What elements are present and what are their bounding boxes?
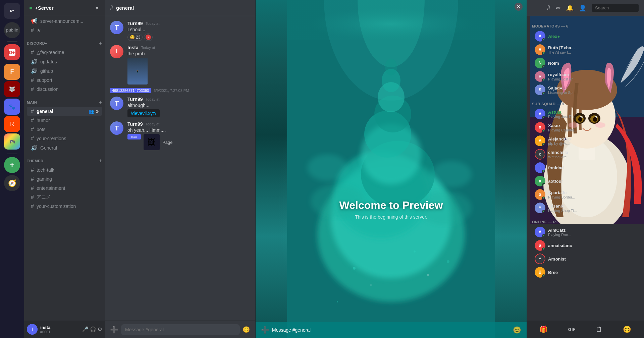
member-astula[interactable]: A Astula Playing Just Da... <box>529 107 641 121</box>
app-icon-f[interactable]: F <box>4 64 20 80</box>
channel-faq-readme[interactable]: # △faq-readme <box>27 48 102 57</box>
channel-your-creations[interactable]: # your-creations <box>27 134 102 143</box>
channel-support[interactable]: # support <box>27 76 102 84</box>
channel-anime[interactable]: # アニメ <box>27 193 102 202</box>
channel-discussion[interactable]: # discussion <box>27 85 102 94</box>
app-icon-reddit[interactable]: R <box>4 116 20 132</box>
channel-github[interactable]: 🔊 github <box>27 66 102 75</box>
message-item[interactable]: T Turn99 Today at I shoul... 😄23 i <box>105 19 255 43</box>
gift-icon[interactable]: 🎁 <box>539 325 548 333</box>
username: insta <box>40 325 79 330</box>
reaction-avatar-mini[interactable]: i <box>144 34 153 41</box>
member-avatar-noim: N <box>535 58 545 68</box>
person-icon[interactable]: 👤 <box>579 4 586 12</box>
user-settings-icon[interactable]: ⚙ <box>98 326 102 332</box>
member-info-noim: Noim <box>548 61 636 66</box>
server-dropdown-icon[interactable]: ▼ <box>95 5 99 11</box>
deafen-icon[interactable]: 🎧 <box>90 326 96 332</box>
discord-plus-logo[interactable]: D+ <box>4 3 20 19</box>
member-activity-alejandrop: pfp by @Ac... <box>548 142 636 146</box>
member-info-fonidad: fonidad <box>548 165 636 170</box>
app-icon-wolf[interactable]: 🐺 <box>4 81 20 97</box>
channel-updates[interactable]: 🔊 updates <box>27 57 102 66</box>
add-server-button[interactable]: + <box>4 157 20 173</box>
preview-bottom-bar: ➕ Message #general 😊 <box>256 322 527 338</box>
gif-icon[interactable]: GIF <box>568 327 576 332</box>
channel-gaming[interactable]: # gaming <box>27 175 102 183</box>
user-avatar[interactable]: I <box>27 324 38 335</box>
svg-point-24 <box>431 161 472 188</box>
member-activity-royalfoam: Playing Lost Ar... <box>548 77 636 81</box>
member-aotfour[interactable]: a aotfour <box>529 174 641 188</box>
channel-entertainment[interactable]: # entertainment <box>27 184 102 192</box>
settings-icon[interactable]: ⚙ <box>95 109 99 114</box>
preview-add-icon[interactable]: ➕ <box>261 326 269 334</box>
pencil-icon[interactable]: ✏ <box>556 4 561 12</box>
channel-sections: 📢 server-announcem... # ★ DISCORD+ + # △… <box>24 16 105 338</box>
search-input[interactable] <box>592 4 639 12</box>
member-name-alex: Alex● <box>548 34 636 39</box>
add-attachment-icon[interactable]: ➕ <box>110 326 118 334</box>
bell-icon[interactable]: 🔔 <box>566 4 574 12</box>
channel-star[interactable]: # ★ <box>27 26 102 35</box>
preview-title: Welcome to Preview <box>339 199 443 212</box>
add-channel-themed[interactable]: + <box>99 158 102 164</box>
section-themed[interactable]: themed + <box>24 153 105 165</box>
member-alejandrop[interactable]: A Alejandrop pfp by @Ac... <box>529 134 641 148</box>
status-indicator <box>542 116 545 119</box>
server-header[interactable]: +Server ▼ <box>24 0 105 16</box>
member-noim[interactable]: N Noim <box>529 56 641 70</box>
member-sajad[interactable]: S Sajad●... Listening to Sp... <box>529 83 641 97</box>
msg-link-preview[interactable]: /devevil.xyz/ <box>127 108 250 117</box>
message-id-badge[interactable]: 468132563714703390 <box>110 88 151 93</box>
member-alex[interactable]: A Alex● <box>529 30 641 43</box>
preview-emoji-icon[interactable]: 😊 <box>513 326 521 334</box>
app-icon-paw[interactable]: 🐾 <box>4 99 20 115</box>
member-avatar-ruth: R <box>535 44 545 55</box>
member-bree[interactable]: B Bree <box>529 266 641 279</box>
sticker-icon[interactable]: 🗒 <box>596 326 602 333</box>
add-channel-discord-plus[interactable]: + <box>99 40 102 46</box>
hashtag-icon[interactable]: # <box>547 4 550 11</box>
explore-button[interactable]: 🧭 <box>4 175 20 191</box>
member-spartajo[interactable]: S SpartaJo Playing Border... <box>529 188 641 201</box>
member-yesanic[interactable]: Y Yesanic Playing Shop Ti... <box>529 201 641 215</box>
close-preview-button[interactable]: ✕ <box>515 3 523 11</box>
member-xasex[interactable]: X Xasex Playing Counter... <box>529 121 641 134</box>
member-info-alejandrop: Alejandrop pfp by @Ac... <box>548 136 636 146</box>
svg-point-18 <box>427 274 429 276</box>
message-item-2[interactable]: I Insta Today at the prob... 📱 <box>105 43 255 87</box>
member-info-sajad: Sajad●... Listening to Sp... <box>548 86 636 95</box>
channel-tech-talk[interactable]: # tech-talk <box>27 166 102 174</box>
message-item-3[interactable]: T Turn99 Today at although... /devevil.x… <box>105 95 255 119</box>
add-channel-main[interactable]: + <box>99 99 102 105</box>
reaction-smile[interactable]: 😄23 <box>127 34 143 41</box>
member-arsonist[interactable]: A Arsonist <box>529 252 641 266</box>
member-annaisdanc[interactable]: a annaisdanc <box>529 239 641 252</box>
member-aimcatz[interactable]: A AimCatz Playing Roc... <box>529 225 641 239</box>
member-royalfoam[interactable]: R royalfoam Playing Lost Ar... <box>529 70 641 83</box>
hash-icon9: # <box>31 167 34 173</box>
hash-icon5: # <box>31 108 34 114</box>
channel-your-customization[interactable]: # your-customization <box>27 202 102 211</box>
channel-general-voice[interactable]: 🔊 General <box>27 143 102 152</box>
server-icon-discord-plus[interactable]: D+ <box>4 44 20 60</box>
emoji-input-icon[interactable]: 😊 <box>243 326 250 333</box>
message-input[interactable] <box>121 324 240 335</box>
server-icon-public[interactable]: public <box>4 22 20 38</box>
app-icon-multi[interactable]: 🎮 <box>4 133 20 150</box>
section-main[interactable]: main + <box>24 94 105 107</box>
channel-bots[interactable]: # bots <box>27 125 102 134</box>
status-indicator-dnd <box>542 156 545 160</box>
mute-icon[interactable]: 🎤 <box>82 326 89 332</box>
channel-general[interactable]: # general 👥 ⚙ <box>27 107 102 116</box>
channel-announcements[interactable]: 📢 server-announcem... <box>27 16 102 25</box>
emoji-icon[interactable]: 😊 <box>623 325 631 333</box>
message-item-4[interactable]: T Turn99 Today at oh yeah... Hmm.... Ins… <box>105 119 255 152</box>
member-ruth[interactable]: R Ruth [Exba... They'd say I... <box>529 43 641 56</box>
member-fonidad[interactable]: f fonidad <box>529 161 641 174</box>
channel-humor[interactable]: # humor <box>27 116 102 125</box>
preview-area: Welcome to Preview This is the beginning… <box>256 0 527 338</box>
member-chinchilla[interactable]: c chinchilla Writing lore <box>529 148 641 161</box>
section-discord-plus[interactable]: DISCORD+ + <box>24 35 105 48</box>
